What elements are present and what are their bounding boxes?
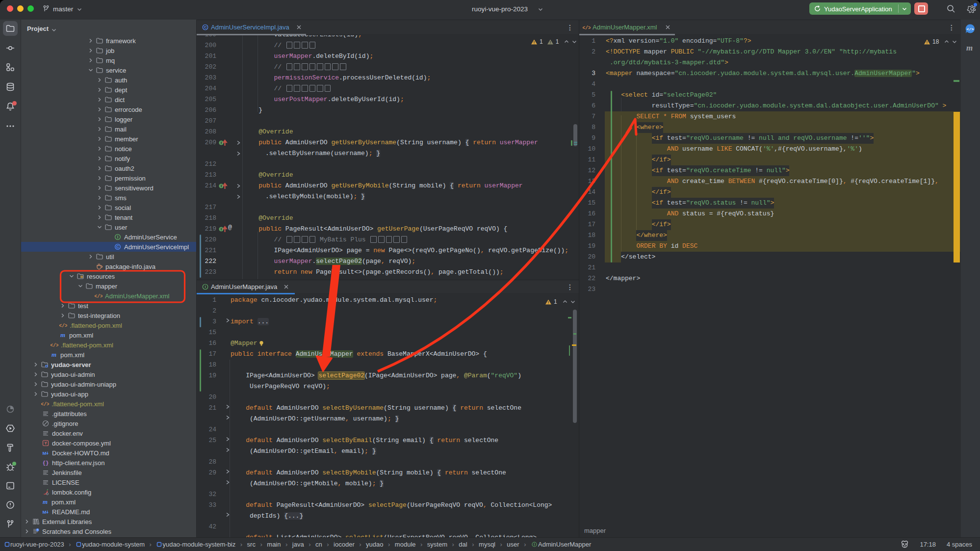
svg-text:</>: </> bbox=[59, 323, 67, 329]
svg-text:{}: {} bbox=[43, 460, 49, 466]
svg-text:</>: </> bbox=[967, 27, 974, 31]
svg-text:I: I bbox=[117, 235, 118, 239]
svg-text:m: m bbox=[60, 331, 65, 339]
svg-text:</>: </> bbox=[583, 26, 591, 31]
svg-text:I: I bbox=[534, 542, 535, 546]
svg-text:C: C bbox=[204, 25, 207, 29]
svg-text:M: M bbox=[43, 450, 47, 456]
svg-text:M: M bbox=[43, 509, 47, 515]
svg-text:</>: </> bbox=[51, 343, 58, 348]
svg-text:</>: </> bbox=[41, 402, 49, 407]
svg-text:I: I bbox=[205, 285, 206, 289]
svg-text:m: m bbox=[43, 498, 48, 505]
svg-text:Y: Y bbox=[44, 441, 47, 446]
svg-text:m: m bbox=[52, 351, 56, 358]
svg-text:</>: </> bbox=[95, 294, 103, 299]
svg-text:C: C bbox=[116, 244, 119, 249]
